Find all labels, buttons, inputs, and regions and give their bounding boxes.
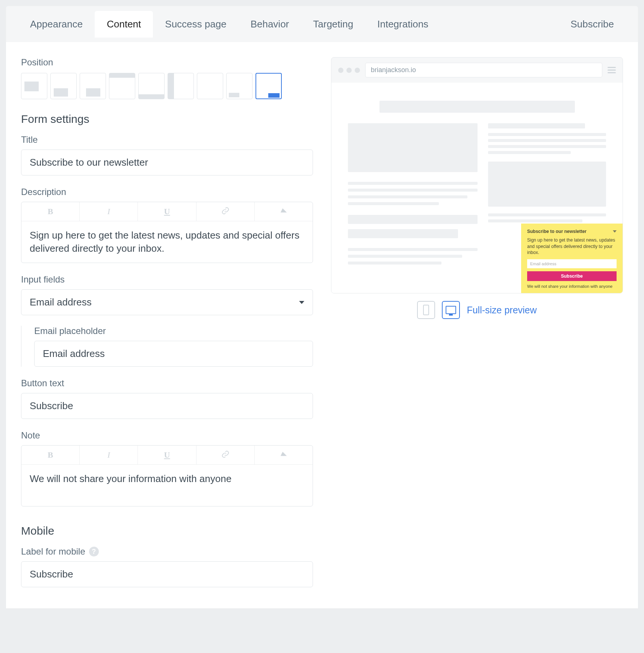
full-size-preview-link[interactable]: Full-size preview bbox=[467, 305, 537, 316]
note-label: Note bbox=[21, 430, 313, 441]
position-label: Position bbox=[21, 57, 313, 68]
preview-controls: Full-size preview bbox=[331, 301, 623, 319]
preview-desktop-button[interactable] bbox=[442, 301, 460, 319]
note-link-button[interactable] bbox=[197, 446, 255, 464]
chevron-down-icon bbox=[299, 301, 304, 304]
email-placeholder-label: Email placeholder bbox=[34, 326, 313, 336]
url-bar: brianjackson.io bbox=[365, 63, 602, 77]
bold-button[interactable]: B bbox=[21, 202, 80, 221]
position-option-bottom-center-block[interactable] bbox=[80, 73, 106, 99]
preview-popup-text: Sign up here to get the latest news, upd… bbox=[527, 237, 617, 255]
input-fields-select[interactable]: Email address bbox=[21, 289, 313, 315]
label-for-mobile-input[interactable] bbox=[21, 561, 313, 587]
help-icon[interactable]: ? bbox=[89, 547, 99, 556]
clear-format-button[interactable] bbox=[255, 202, 313, 221]
description-toolbar: B I U bbox=[21, 202, 313, 221]
chevron-down-icon bbox=[613, 230, 617, 233]
underline-button[interactable]: U bbox=[138, 202, 196, 221]
preview-popup-input: Email address bbox=[527, 259, 617, 268]
note-bold-button[interactable]: B bbox=[21, 446, 80, 464]
label-for-mobile-label: Label for mobile ? bbox=[21, 546, 313, 557]
settings-column: Position bbox=[21, 57, 313, 587]
editor-panel: Appearance Content Success page Behavior… bbox=[6, 6, 638, 608]
menu-icon bbox=[608, 67, 616, 73]
preview-browser: brianjackson.io bbox=[331, 57, 623, 293]
tab-behavior[interactable]: Behavior bbox=[239, 11, 301, 38]
position-option-bottom-left-small[interactable] bbox=[226, 73, 252, 99]
input-fields-label: Input fields bbox=[21, 274, 313, 285]
italic-button[interactable]: I bbox=[80, 202, 138, 221]
tab-targeting[interactable]: Targeting bbox=[301, 11, 365, 38]
title-input[interactable] bbox=[21, 150, 313, 175]
content-canvas: Position bbox=[6, 42, 638, 608]
description-textarea[interactable]: Sign up here to get the latest news, upd… bbox=[21, 221, 313, 263]
window-controls-icon bbox=[338, 68, 360, 73]
tab-bar: Appearance Content Success page Behavior… bbox=[6, 6, 638, 42]
position-option-left-sidebar[interactable] bbox=[168, 73, 194, 99]
position-option-blank[interactable] bbox=[197, 73, 223, 99]
position-option-center-left[interactable] bbox=[21, 73, 47, 99]
position-options bbox=[21, 73, 313, 99]
preview-page: Subscribe to our newsletter Sign up here… bbox=[331, 83, 623, 293]
position-option-top-bar[interactable] bbox=[109, 73, 135, 99]
title-label: Title bbox=[21, 135, 313, 145]
browser-toolbar: brianjackson.io bbox=[331, 57, 623, 83]
note-italic-button[interactable]: I bbox=[80, 446, 138, 464]
tab-appearance[interactable]: Appearance bbox=[18, 11, 95, 38]
button-text-input[interactable] bbox=[21, 393, 313, 419]
note-toolbar: B I U bbox=[21, 446, 313, 465]
link-button[interactable] bbox=[197, 202, 255, 221]
preview-popup-note: We will not share your information with … bbox=[527, 284, 617, 289]
tab-content[interactable]: Content bbox=[95, 11, 153, 38]
desktop-icon bbox=[446, 306, 456, 314]
note-editor: B I U We will not share your information… bbox=[21, 445, 313, 506]
button-text-label: Button text bbox=[21, 378, 313, 388]
mobile-icon bbox=[423, 305, 429, 315]
mobile-heading: Mobile bbox=[21, 525, 313, 537]
form-name-label: Subscribe bbox=[558, 11, 626, 38]
note-underline-button[interactable]: U bbox=[138, 446, 196, 464]
input-fields-value: Email address bbox=[30, 296, 92, 308]
position-option-bottom-right-small[interactable] bbox=[255, 73, 282, 99]
preview-popup-title: Subscribe to our newsletter bbox=[527, 229, 587, 234]
note-clear-format-button[interactable] bbox=[255, 446, 313, 464]
preview-column: brianjackson.io bbox=[331, 57, 623, 587]
note-textarea[interactable]: We will not share your information with … bbox=[21, 465, 313, 506]
email-placeholder-input[interactable] bbox=[34, 341, 313, 367]
tab-success-page[interactable]: Success page bbox=[153, 11, 238, 38]
preview-popup-button: Subscribe bbox=[527, 271, 617, 281]
position-option-bottom-bar[interactable] bbox=[138, 73, 165, 99]
description-editor: B I U Sign up here to get the latest new… bbox=[21, 202, 313, 263]
preview-popup: Subscribe to our newsletter Sign up here… bbox=[521, 224, 623, 293]
form-settings-heading: Form settings bbox=[21, 113, 313, 125]
tab-integrations[interactable]: Integrations bbox=[365, 11, 440, 38]
position-option-bottom-left-block[interactable] bbox=[50, 73, 77, 99]
description-label: Description bbox=[21, 187, 313, 197]
preview-mobile-button[interactable] bbox=[417, 301, 435, 319]
